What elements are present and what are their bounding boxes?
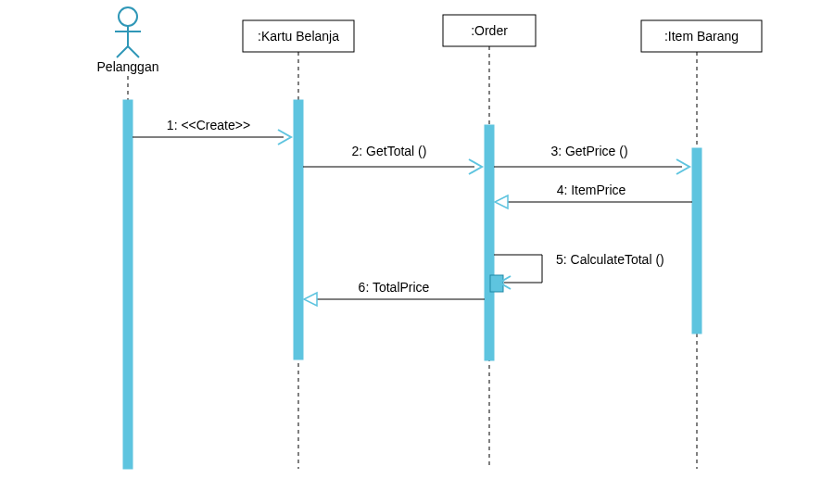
message-label: 6: TotalPrice: [359, 280, 430, 295]
participant-label: :Kartu Belanja: [258, 29, 339, 44]
activation-item: [692, 148, 701, 334]
participant-label: :Order: [471, 23, 508, 38]
svg-marker-15: [304, 293, 317, 306]
svg-line-3: [117, 46, 128, 57]
message-gettotal: 2: GetTotal (): [303, 144, 482, 174]
participant-label: :Item Barang: [664, 29, 739, 44]
participant-item-barang: :Item Barang: [641, 20, 762, 52]
activation-actor: [123, 100, 133, 469]
svg-marker-12: [495, 195, 508, 208]
participant-order: :Order: [443, 15, 536, 46]
message-getprice: 3: GetPrice (): [494, 144, 689, 174]
message-totalprice: 6: TotalPrice: [304, 280, 485, 306]
activation-order: [485, 125, 494, 360]
message-calculatetotal: 5: CalculateTotal (): [490, 252, 664, 292]
message-label: 2: GetTotal (): [352, 144, 427, 158]
message-label: 1: <<Create>>: [167, 118, 250, 132]
message-label: 4: ItemPrice: [557, 183, 626, 197]
message-label: 3: GetPrice (): [550, 144, 627, 158]
svg-line-4: [128, 46, 139, 57]
message-create: 1: <<Create>>: [133, 118, 291, 145]
sequence-diagram: Pelanggan :Kartu Belanja :Order :Item Ba…: [0, 0, 834, 504]
participant-kartu-belanja: :Kartu Belanja: [243, 20, 354, 52]
actor-pelanggan: Pelanggan: [97, 7, 159, 74]
message-itemprice: 4: ItemPrice: [495, 183, 692, 208]
message-label: 5: CalculateTotal (): [556, 252, 664, 267]
svg-point-0: [119, 7, 137, 26]
actor-label: Pelanggan: [97, 59, 159, 74]
activation-kartu: [294, 100, 303, 359]
